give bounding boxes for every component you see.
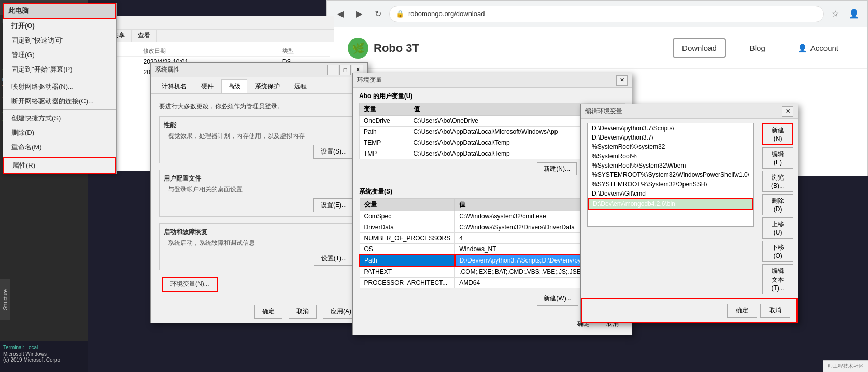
edit-env-footer: 确定 取消: [581, 298, 798, 323]
sys-var-6: PROCESSOR_ARCHITECT...: [360, 278, 455, 288]
context-menu-pin-start[interactable]: 固定到"开始"屏幕(P): [3, 62, 116, 77]
list-item[interactable]: D:\Dev\env\python3.7\: [588, 133, 753, 142]
edit-env-cancel-btn[interactable]: 取消: [760, 304, 790, 318]
terminal-label: Terminal: Local: [3, 345, 85, 350]
tab-sys-protect[interactable]: 系统保护: [248, 79, 287, 93]
edit-env-delete-btn[interactable]: 删除(D): [762, 194, 793, 215]
profile-desc: 与登录帐户相关的桌面设置: [168, 185, 354, 194]
win-minimize[interactable]: —: [327, 65, 338, 75]
context-menu-map-drive[interactable]: 映射网络驱动器(N)...: [3, 79, 116, 94]
win-maximize[interactable]: □: [339, 65, 351, 75]
startup-desc: 系统启动，系统故障和调试信息: [168, 239, 354, 247]
browser-account[interactable]: 👤: [847, 7, 861, 21]
fe-tabs: 主页 共享 查看: [81, 30, 334, 42]
nav-link-download[interactable]: Download: [673, 38, 726, 58]
terminal-panel: Terminal: Local Microsoft Windows (c) 20…: [0, 341, 88, 372]
user-col-var: 变量: [360, 103, 409, 116]
browser-bookmark[interactable]: ☆: [828, 7, 843, 21]
sys-ok-btn[interactable]: 确定: [254, 305, 282, 319]
context-menu-title-text: 此电脑: [8, 7, 29, 15]
sys-props-note: 要进行大多数更改，你必须作为管理员登录。: [159, 102, 359, 111]
terminal-line2: (c) 2019 Microsoft Corpo: [3, 357, 85, 363]
sys-props-titlebar: 系统属性 — □ ✕: [151, 63, 367, 77]
sys-var-0: ComSpec: [360, 211, 455, 222]
startup-title: 启动和故障恢复: [164, 228, 354, 237]
sys-col-var: 变量: [360, 199, 455, 211]
list-item[interactable]: D:\Dev\env\python3.7\Scripts\: [588, 123, 753, 133]
sys-var-2: NUMBER_OF_PROCESSORS: [360, 233, 455, 244]
context-menu-disconnect-drive[interactable]: 断开网络驱动器的连接(C)...: [3, 94, 116, 108]
tab-remote[interactable]: 远程: [288, 79, 314, 93]
robo-logo-text: Robo 3T: [374, 42, 419, 55]
terminal-line1: Microsoft Windows: [3, 351, 85, 357]
env-btn-row: 环境变量(N)...: [159, 277, 359, 292]
browser-toolbar: ◀ ▶ ↻ 🔒 robomongo.org/download ☆ 👤: [327, 1, 867, 27]
edit-env-browse-btn[interactable]: 浏览(B)...: [762, 171, 793, 192]
nav-link-blog[interactable]: Blog: [742, 39, 774, 57]
edit-env-edit-btn[interactable]: 编辑(E): [762, 147, 793, 169]
sys-new-btn[interactable]: 新建(W)...: [537, 292, 578, 306]
env-variables-btn[interactable]: 环境变量(N)...: [162, 277, 218, 292]
bottom-watermark: 师工程技术社区: [823, 360, 868, 372]
context-menu-pin-quick[interactable]: 固定到"快速访问": [3, 33, 116, 48]
list-item[interactable]: %SystemRoot%\system32: [588, 142, 753, 151]
startup-settings-btn[interactable]: 设置(T)...: [314, 252, 354, 266]
fe-tab-view[interactable]: 查看: [132, 30, 157, 42]
list-item[interactable]: %SystemRoot%\System32\Wbem: [588, 161, 753, 170]
sys-props-window: 系统属性 — □ ✕ 计算机名 硬件 高级 系统保护 远程 要进行大多数更改，你…: [150, 62, 368, 323]
sys-props-body: 要进行大多数更改，你必须作为管理员登录。 性能 视觉效果，处理器计划，内存使用，…: [151, 94, 367, 300]
context-menu-rename[interactable]: 重命名(M): [3, 140, 116, 155]
structure-tab[interactable]: Structure: [3, 289, 8, 310]
robo-logo: 🌿 Robo 3T: [348, 38, 673, 59]
edit-env-edit-text-btn[interactable]: 编辑文本(T)...: [762, 264, 793, 294]
user-var-3: TMP: [360, 148, 409, 159]
edit-env-ok-btn[interactable]: 确定: [727, 304, 757, 318]
list-item[interactable]: D:\Dev\env\Git\cmd: [588, 189, 753, 198]
edit-env-new-btn[interactable]: 新建(N): [762, 123, 793, 145]
fe-col-date: 修改日期: [139, 46, 278, 57]
robo-nav-links: Download Blog 👤 Account: [673, 38, 847, 58]
performance-settings-btn[interactable]: 设置(S)...: [313, 145, 354, 159]
edit-env-down-btn[interactable]: 下移(O): [762, 241, 793, 262]
profile-settings-btn[interactable]: 设置(E)...: [313, 198, 354, 212]
browser-address-bar[interactable]: 🔒 robomongo.org/download: [389, 6, 824, 22]
context-menu-open[interactable]: 打开(O): [3, 19, 116, 33]
account-icon: 👤: [798, 44, 807, 53]
tab-hardware[interactable]: 硬件: [194, 79, 220, 93]
startup-btn-row: 设置(T)...: [164, 252, 354, 266]
tab-computer-name[interactable]: 计算机名: [155, 79, 193, 93]
sys-var-5: PATHEXT: [360, 266, 455, 278]
context-menu-delete[interactable]: 删除(D): [3, 126, 116, 140]
robo-navbar: 🌿 Robo 3T Download Blog 👤 Account: [327, 27, 867, 69]
list-item[interactable]: %SYSTEMROOT%\System32\OpenSSH\: [588, 180, 753, 189]
env-win-close[interactable]: ✕: [616, 75, 628, 86]
performance-title: 性能: [164, 121, 354, 130]
context-menu-properties[interactable]: 属性(R): [3, 157, 116, 174]
profile-title: 用户配置文件: [164, 174, 354, 183]
list-item-selected[interactable]: D:\Dev\env\mongodb4.2.6\bin: [588, 198, 753, 210]
edit-env-up-btn[interactable]: 上移(U): [762, 217, 793, 239]
edit-env-controls: ✕: [782, 106, 793, 117]
edit-env-list-col: D:\Dev\env\python3.7\Scripts\ D:\Dev\env…: [581, 119, 760, 298]
sys-var-4: Path: [360, 255, 455, 266]
sys-cancel-btn[interactable]: 取消: [289, 305, 317, 319]
account-label: Account: [810, 44, 838, 52]
sys-props-title: 系统属性: [155, 65, 327, 74]
browser-forward[interactable]: ▶: [352, 7, 366, 21]
context-menu-create-shortcut[interactable]: 创建快捷方式(S): [3, 111, 116, 126]
browser-back[interactable]: ◀: [333, 7, 348, 21]
browser-refresh[interactable]: ↻: [371, 7, 385, 21]
separator-1: [3, 78, 116, 78]
env-vars-titlebar: 环境变量 ✕: [353, 73, 632, 88]
edit-env-close[interactable]: ✕: [782, 106, 793, 117]
nav-link-account[interactable]: 👤 Account: [789, 39, 847, 57]
profile-btn-row: 设置(E)...: [164, 198, 354, 212]
sys-var-1: DriverData: [360, 222, 455, 233]
list-item[interactable]: %SYSTEMROOT%\System32\WindowsPowerShell\…: [588, 170, 753, 180]
performance-btn-row: 设置(S)...: [164, 145, 354, 159]
edit-env-titlebar: 编辑环境变量 ✕: [581, 104, 798, 119]
list-item[interactable]: %SystemRoot%: [588, 151, 753, 161]
context-menu-manage[interactable]: 管理(G): [3, 48, 116, 62]
tab-advanced[interactable]: 高级: [221, 79, 247, 93]
user-new-btn[interactable]: 新建(N)...: [537, 162, 577, 175]
